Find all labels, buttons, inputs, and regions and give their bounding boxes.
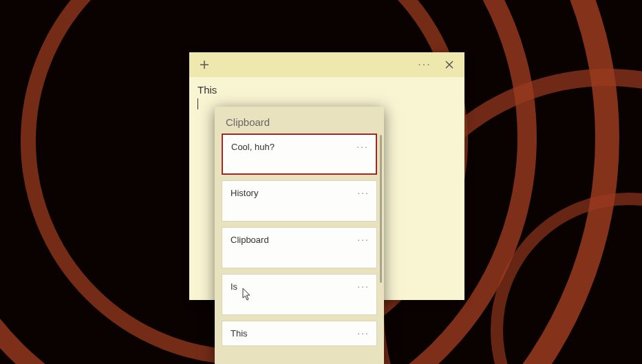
note-content: This (197, 84, 456, 96)
add-note-button[interactable] (193, 54, 215, 75)
ellipsis-icon: ··· (418, 58, 431, 71)
clipboard-item-menu[interactable]: ··· (356, 142, 369, 151)
clipboard-item[interactable]: Clipboard ··· (222, 227, 377, 268)
clipboard-item-text: This (231, 328, 248, 339)
clipboard-item-text: Is (231, 281, 237, 292)
clipboard-history-panel: Clipboard Cool, huh? ··· History ··· Cli… (215, 107, 384, 364)
close-icon (445, 60, 454, 69)
clipboard-item-text: Cool, huh? (231, 142, 275, 152)
clipboard-item-menu[interactable]: ··· (357, 328, 370, 338)
clipboard-item[interactable]: Is ··· (222, 274, 377, 315)
clipboard-title: Clipboard (215, 107, 384, 133)
sticky-note-titlebar: ··· (189, 52, 464, 77)
clipboard-item-menu[interactable]: ··· (357, 235, 370, 244)
clipboard-list: Cool, huh? ··· History ··· Clipboard ···… (215, 133, 384, 364)
clipboard-item-menu[interactable]: ··· (357, 281, 370, 291)
clipboard-item-text: History (231, 188, 258, 198)
text-cursor (197, 98, 198, 109)
clipboard-item[interactable]: This ··· (222, 321, 377, 346)
note-menu-button[interactable]: ··· (414, 54, 436, 75)
close-note-button[interactable] (438, 54, 460, 75)
clipboard-item[interactable]: Cool, huh? ··· (222, 133, 377, 175)
clipboard-item-text: Clipboard (231, 235, 269, 245)
scrollbar[interactable] (380, 135, 382, 283)
clipboard-item[interactable]: History ··· (222, 180, 377, 222)
clipboard-item-menu[interactable]: ··· (357, 188, 370, 197)
